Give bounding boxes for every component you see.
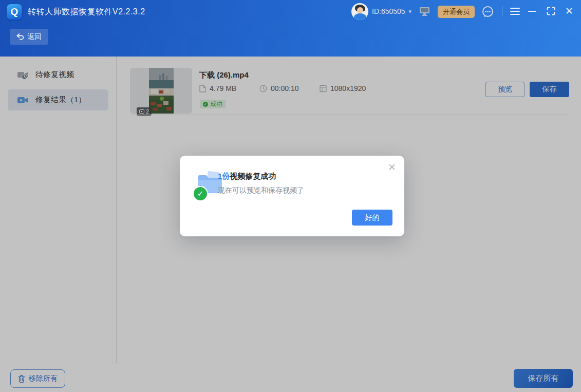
success-check-icon: ✓ <box>193 186 208 201</box>
back-arrow-icon <box>16 33 24 40</box>
app-logo-icon: Q <box>7 4 22 20</box>
app-title: 转转大师数据恢复软件V2.2.3.2 <box>28 7 145 17</box>
dialog-title: 1份视频修复成功 <box>218 172 276 181</box>
back-button[interactable]: 返回 <box>10 29 48 45</box>
dialog-subtitle: 现在可以预览和保存视频了 <box>218 186 304 195</box>
success-dialog: ✕ ✓ 1份视频修复成功 现在可以预览和保存视频了 好的 <box>180 156 404 236</box>
user-id-label: ID:650505 <box>372 7 405 15</box>
minimize-button[interactable] <box>528 11 536 12</box>
header: Q 转转大师数据恢复软件V2.2.3.2 ID:650505 ▾ 开通会员 <box>0 0 581 57</box>
avatar-face <box>357 7 363 13</box>
maximize-button[interactable] <box>547 7 555 17</box>
monitor-icon[interactable] <box>419 7 430 18</box>
dialog-close-icon[interactable]: ✕ <box>388 162 396 173</box>
back-button-label: 返回 <box>27 32 42 42</box>
titlebar: Q 转转大师数据恢复软件V2.2.3.2 ID:650505 ▾ 开通会员 <box>0 0 581 23</box>
avatar[interactable] <box>351 3 368 20</box>
close-button[interactable]: ✕ <box>565 5 573 18</box>
dialog-title-count: 1份 <box>218 172 230 180</box>
chevron-down-icon: ▾ <box>409 8 412 15</box>
menu-icon[interactable] <box>510 8 520 15</box>
user-id-dropdown[interactable]: ID:650505 ▾ <box>372 7 411 15</box>
customer-support-icon[interactable] <box>481 5 495 21</box>
titlebar-divider <box>502 6 502 16</box>
app-window: Q 转转大师数据恢复软件V2.2.3.2 ID:650505 ▾ 开通会员 <box>0 0 581 392</box>
avatar-body <box>354 13 366 20</box>
vip-button[interactable]: 开通会员 <box>438 6 475 18</box>
dialog-title-text: 视频修复成功 <box>230 172 276 180</box>
ok-button[interactable]: 好的 <box>352 210 392 226</box>
